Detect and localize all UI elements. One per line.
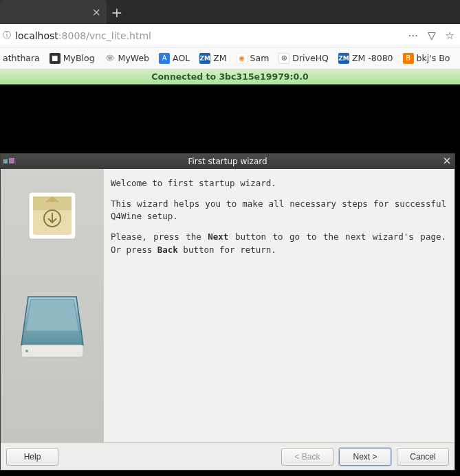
vnc-canvas[interactable]: First startup wizard: [0, 84, 460, 476]
bookmark-drivehq[interactable]: ⊕ DriveHQ: [278, 53, 329, 64]
bookmark-label: ZM: [213, 53, 226, 63]
cancel-button[interactable]: Cancel: [397, 448, 449, 466]
next-button[interactable]: Next >: [339, 448, 391, 466]
sam-icon: ◉: [237, 53, 248, 64]
wizard-titlebar[interactable]: First startup wizard: [1, 154, 454, 169]
bookmark-label: bkj's Bo: [417, 53, 450, 63]
svg-point-13: [25, 350, 28, 352]
browser-tab-strip: × +: [0, 0, 460, 24]
url-bar: ⓘ localhost:8008/vnc_lite.html ⋯ ▽ ☆: [0, 24, 460, 47]
aol-icon: A: [159, 53, 170, 64]
bookmark-label: aththara: [3, 53, 40, 63]
vnc-status-banner: Connected to 3bc315e19979:0.0: [0, 69, 460, 84]
shield-icon: ⓘ: [1, 30, 12, 41]
wizard-p3: Please, press the Next button to go to t…: [111, 231, 446, 256]
bookmark-sam[interactable]: ◉ Sam: [237, 53, 270, 64]
wizard-window: First startup wizard: [0, 153, 455, 471]
svg-marker-11: [25, 299, 79, 331]
back-button: < Back: [281, 448, 333, 466]
bookmark-label: AOL: [173, 53, 190, 63]
svg-rect-0: [3, 159, 8, 163]
zm-icon: ZM: [199, 53, 210, 64]
bookmark-zm[interactable]: ZM ZM: [199, 53, 226, 64]
bookmark-myweb[interactable]: ⓦ MyWeb: [105, 53, 149, 64]
bookmark-paththara[interactable]: aththara: [3, 53, 40, 63]
bookmarks-bar: aththara ■ MyBlog ⓦ MyWeb A AOL ZM ZM ◉ …: [0, 47, 460, 69]
blog-icon: ■: [50, 53, 61, 64]
close-icon[interactable]: [443, 157, 450, 166]
star-icon[interactable]: ☆: [446, 30, 454, 42]
bookmark-zm-8080[interactable]: ZM ZM -8080: [338, 53, 393, 64]
wizard-p1: Welcome to first startup wizard.: [111, 177, 446, 190]
wizard-content: Welcome to first startup wizard. This wi…: [104, 169, 454, 442]
wizard-sidebar: [1, 169, 104, 442]
zm-icon: ZM: [338, 53, 349, 64]
wizard-footer: Help < Back Next > Cancel: [1, 442, 454, 470]
browser-tab[interactable]: ×: [0, 0, 107, 24]
bookmark-label: DriveHQ: [292, 53, 329, 63]
window-menu-icon[interactable]: [3, 158, 16, 165]
bookmark-label: MyBlog: [63, 53, 95, 63]
url-rest: :8008/vnc_lite.html: [58, 30, 151, 41]
bookmark-label: Sam: [250, 53, 270, 63]
package-icon: [26, 190, 78, 242]
close-icon[interactable]: ×: [92, 5, 101, 19]
web-icon: ⓦ: [105, 53, 116, 64]
bookmark-label: MyWeb: [118, 53, 149, 63]
svg-rect-12: [21, 345, 83, 357]
vnc-status-text: Connected to 3bc315e19979:0.0: [151, 71, 308, 82]
bookmark-bkjs[interactable]: B bkj's Bo: [403, 53, 450, 64]
globe-icon: ⊕: [278, 53, 289, 64]
svg-rect-1: [9, 158, 14, 163]
blogger-icon: B: [403, 53, 414, 64]
url-input[interactable]: localhost:8008/vnc_lite.html: [12, 30, 408, 41]
pocket-icon[interactable]: ▽: [428, 30, 436, 42]
help-button[interactable]: Help: [6, 448, 58, 466]
bookmark-label: ZM -8080: [352, 53, 393, 63]
wizard-title: First startup wizard: [188, 157, 267, 166]
bookmark-aol[interactable]: A AOL: [159, 53, 190, 64]
url-host: localhost: [15, 30, 58, 41]
disk-icon: [14, 283, 90, 365]
bookmark-myblog[interactable]: ■ MyBlog: [50, 53, 95, 64]
wizard-p2: This wizard helps you to make all necess…: [111, 198, 446, 223]
new-tab-button[interactable]: +: [107, 0, 127, 24]
more-icon[interactable]: ⋯: [408, 30, 418, 42]
